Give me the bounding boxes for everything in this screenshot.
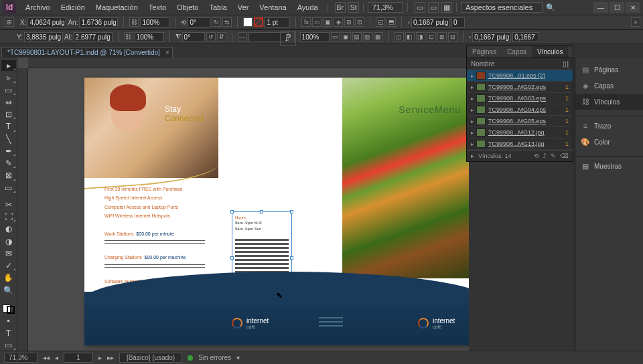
frame-fit5-icon[interactable]: ⊞ xyxy=(437,32,447,41)
frame-fit4-icon[interactable]: ⊡ xyxy=(427,32,436,41)
stroke-swatch-icon[interactable] xyxy=(254,17,263,27)
px-h-field[interactable] xyxy=(512,32,539,42)
rectangle-frame-tool[interactable]: ⊠ xyxy=(1,170,16,181)
stroke-weight-field[interactable] xyxy=(265,17,290,27)
view-options-icon[interactable]: ▭ xyxy=(415,2,425,13)
constrain-icon[interactable]: ⛓ xyxy=(129,17,139,27)
frame-fit6-icon[interactable]: ⊟ xyxy=(448,32,457,41)
page-tool[interactable]: ▭ xyxy=(1,85,16,96)
menu-window[interactable]: Ventana xyxy=(254,1,291,13)
apply-color-icon[interactable]: ▪ xyxy=(1,315,16,326)
dock-links[interactable]: ⛓Vínculos xyxy=(575,94,643,110)
arrange-icon[interactable]: ▦ xyxy=(441,2,452,13)
resize-handle[interactable] xyxy=(230,256,234,260)
panel-menu-icon[interactable]: ≡ xyxy=(631,17,640,27)
w-field[interactable] xyxy=(79,17,118,27)
page-back-icon[interactable]: ◂ xyxy=(55,354,58,361)
stroke-style-icon[interactable]: — xyxy=(238,32,247,41)
workspace-dropdown[interactable]: Aspectos esenciales xyxy=(461,2,543,13)
gap-tool[interactable]: ⇔ xyxy=(1,97,16,108)
screen-mode-icon[interactable]: ▭ xyxy=(428,2,439,13)
link-row[interactable]: ▸TC99908...MG02.eps1 xyxy=(467,82,573,93)
menu-text[interactable]: Texto xyxy=(143,1,171,13)
preflight-label[interactable]: Sin errores xyxy=(198,354,231,361)
rotate-cw-icon[interactable]: ↻ xyxy=(212,17,221,27)
flipv-icon[interactable]: ⇵ xyxy=(217,32,226,41)
close-button[interactable]: ✕ xyxy=(626,2,640,13)
dock-stroke[interactable]: ≡Trazo xyxy=(575,118,643,134)
tab-pages[interactable]: Páginas xyxy=(467,46,502,58)
link-row[interactable]: ▸TC99908...01.eps (2) xyxy=(467,70,573,82)
minimize-button[interactable]: — xyxy=(593,2,608,13)
edit-original-icon[interactable]: ⌫ xyxy=(560,153,569,159)
resize-handle[interactable] xyxy=(290,210,293,213)
constrain2-icon[interactable]: ⛓ xyxy=(124,32,133,41)
menu-file[interactable]: Archivo xyxy=(20,1,56,13)
zoom-dropdown[interactable]: 71,3% xyxy=(368,2,403,13)
link-row[interactable]: ▸TC99908...MG12.jpg1 xyxy=(467,127,573,139)
wrap-7-icon[interactable]: ▣ xyxy=(342,32,351,41)
ruler-horizontal[interactable] xyxy=(28,58,469,68)
frame-fit3-icon[interactable]: ◨ xyxy=(416,32,425,41)
format-container-icon[interactable]: T xyxy=(1,327,16,338)
paragraph-mode-icon[interactable]: P xyxy=(280,31,296,46)
link-row[interactable]: ▸TC99908...MG04.eps1 xyxy=(467,104,573,116)
wrap-none-icon[interactable]: ▭ xyxy=(312,17,322,27)
wrap-8-icon[interactable]: ▤ xyxy=(352,32,362,41)
status-zoom-dropdown[interactable]: 71,3% xyxy=(4,353,38,363)
eyedropper-tool[interactable]: ✓ xyxy=(1,260,16,271)
x-field[interactable] xyxy=(27,17,66,27)
status-page-dropdown[interactable]: 1 xyxy=(64,353,93,363)
corner-options-icon[interactable]: ◱ xyxy=(376,17,385,27)
dock-swatches[interactable]: ▦Muestras xyxy=(575,158,643,174)
ruler-vertical[interactable] xyxy=(17,68,28,351)
wrap-column-icon[interactable]: ⊡ xyxy=(355,17,364,27)
px-x-field[interactable] xyxy=(411,17,450,27)
fill-stroke-swatch[interactable] xyxy=(3,304,15,314)
tab-close-icon[interactable]: × xyxy=(165,49,169,56)
frame-fit2-icon[interactable]: ◧ xyxy=(405,32,415,41)
dock-color[interactable]: 🎨Color xyxy=(575,134,643,150)
goto-link-icon[interactable]: ⤴ xyxy=(543,153,547,159)
page-prev-icon[interactable]: ◂◂ xyxy=(43,354,50,361)
scaley-field[interactable] xyxy=(135,32,164,42)
page-next-icon[interactable]: ▸▸ xyxy=(107,354,114,361)
bridge-icon[interactable]: Br xyxy=(335,2,346,13)
canvas[interactable]: Stay Connected First 30 minutes FREE wit… xyxy=(17,58,469,351)
frame-fit1-icon[interactable]: ◫ xyxy=(395,32,404,41)
tab-links[interactable]: Vínculos xyxy=(532,46,568,58)
wrap-10-icon[interactable]: ▦ xyxy=(374,32,383,41)
rectangle-tool[interactable]: ▭ xyxy=(1,183,16,193)
col-name-header[interactable]: Nombre xyxy=(471,60,495,68)
opacity-field[interactable] xyxy=(300,32,330,42)
note-tool[interactable]: ✉ xyxy=(1,248,16,259)
zoom-tool[interactable]: 🔍 xyxy=(1,284,16,295)
direct-selection-tool[interactable]: ▹ xyxy=(1,72,16,83)
resize-handle[interactable] xyxy=(260,210,263,213)
maximize-button[interactable]: ☐ xyxy=(610,2,624,13)
link-row[interactable]: ▸TC99908...MG05.eps1 xyxy=(467,116,573,127)
scissors-tool[interactable]: ✂ xyxy=(1,199,16,210)
link-row[interactable]: ▸TC99908...MG03.eps1 xyxy=(467,93,573,104)
gradient-swatch-tool[interactable]: ◐ xyxy=(1,223,16,234)
align-top-icon[interactable]: ⬒ xyxy=(386,17,396,27)
resize-handle[interactable] xyxy=(230,210,234,213)
rotate-field[interactable] xyxy=(188,17,210,27)
wrap-shape-icon[interactable]: ◈ xyxy=(334,17,343,27)
selection-tool[interactable]: ▸ xyxy=(1,60,16,71)
resize-handle[interactable] xyxy=(290,256,293,260)
wrap-bbox-icon[interactable]: ▣ xyxy=(323,17,332,27)
menu-view[interactable]: Ver xyxy=(232,1,255,13)
line-tool[interactable]: ╲ xyxy=(1,134,16,145)
preflight-menu-icon[interactable]: ▾ xyxy=(236,354,240,361)
wrap-jump-icon[interactable]: ⊟ xyxy=(344,17,354,27)
type-tool[interactable]: T xyxy=(1,121,16,132)
menu-layout[interactable]: Maquetación xyxy=(90,1,143,13)
search-icon[interactable]: 🔍 xyxy=(545,2,556,13)
free-transform-tool[interactable]: ⛶ xyxy=(1,211,16,222)
fill-swatch-icon[interactable] xyxy=(243,17,253,27)
wrap-9-icon[interactable]: ▥ xyxy=(363,32,372,41)
px-w-field[interactable] xyxy=(451,17,465,27)
screen-mode-tool[interactable]: ▭ xyxy=(1,340,16,351)
relink-icon[interactable]: ⟲ xyxy=(534,153,539,159)
